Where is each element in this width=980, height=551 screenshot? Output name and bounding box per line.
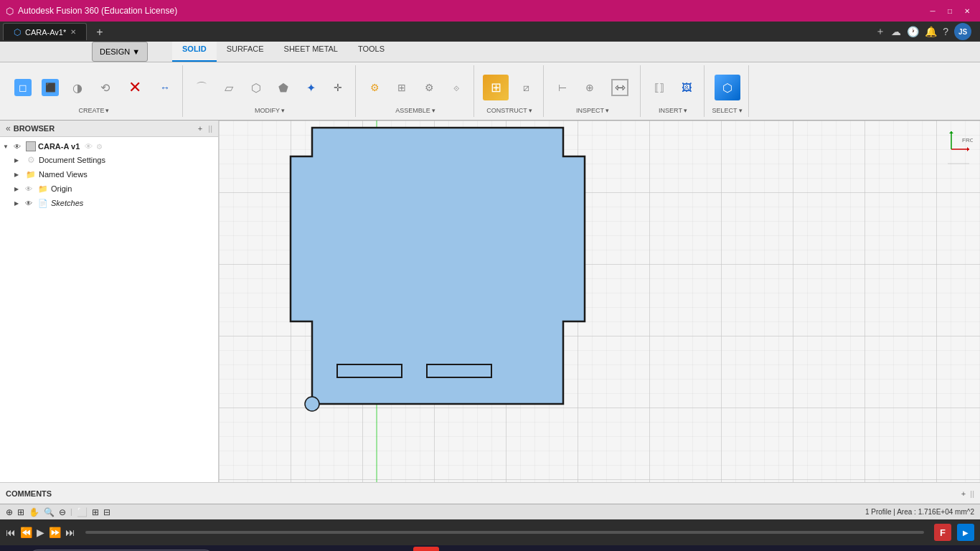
taskbar: ⊞ 🔍 Escribe aquí para buscar ⧉ 📁 O 🌐 📦 ✉… bbox=[0, 545, 980, 551]
start-button[interactable]: ⊞ bbox=[3, 547, 25, 551]
design-dropdown-button[interactable]: DESIGN ▼ bbox=[92, 42, 148, 62]
grid-icon[interactable]: ⊞ bbox=[92, 507, 99, 517]
display-icon[interactable]: ⊟ bbox=[103, 507, 110, 517]
taskbar-app-edge[interactable]: 🌐 bbox=[298, 547, 324, 551]
history-icon[interactable]: 🕐 bbox=[907, 26, 919, 37]
close-button[interactable]: ✕ bbox=[960, 4, 974, 18]
select-button[interactable]: ⬡ bbox=[712, 69, 743, 106]
shell-button[interactable]: ⬡ bbox=[243, 70, 269, 105]
insert-label: INSERT ▾ bbox=[659, 107, 687, 114]
taskbar-app-mail[interactable]: ✉ bbox=[356, 547, 382, 551]
construct-main-button[interactable]: ⊞ bbox=[480, 69, 512, 106]
delete-button[interactable]: ✕ bbox=[119, 69, 151, 106]
drive-joint-button[interactable]: ⚙ bbox=[416, 70, 442, 105]
tree-eye-sketches[interactable]: 👁 bbox=[25, 199, 35, 207]
create-label: CREATE ▾ bbox=[79, 107, 110, 114]
tree-item-doc-settings[interactable]: ▶ ⚙ Document Settings bbox=[0, 153, 218, 167]
tree-settings-icon[interactable]: ⚙ bbox=[96, 143, 103, 151]
chamfer-button[interactable]: ▱ bbox=[216, 70, 242, 105]
measure-button[interactable]: ⊢ bbox=[550, 70, 575, 105]
push-pull-button[interactable]: ↔ bbox=[152, 70, 178, 105]
viewport[interactable]: FRONT bbox=[219, 121, 980, 482]
decal-button[interactable]: 🖼 bbox=[674, 70, 699, 105]
measure-large-button[interactable]: ⇿ bbox=[604, 69, 636, 106]
tab-sheet-metal[interactable]: SHEET METAL bbox=[274, 42, 348, 62]
cloud-icon[interactable]: ☁ bbox=[891, 26, 901, 37]
motion-link-button[interactable]: ⟐ bbox=[443, 70, 469, 105]
comments-divider-icon: || bbox=[970, 489, 974, 498]
tab-solid[interactable]: SOLID bbox=[172, 42, 217, 62]
orbit-icon[interactable]: ⊞ bbox=[17, 507, 24, 517]
revolve-button[interactable]: ◑ bbox=[65, 70, 90, 105]
add-tab-button[interactable]: + bbox=[90, 23, 109, 40]
pan2-icon[interactable]: ✋ bbox=[29, 507, 39, 517]
tree-item-named-views[interactable]: ▶ 📁 Named Views bbox=[0, 167, 218, 182]
pan-icon[interactable]: ⊕ bbox=[6, 507, 13, 517]
tree-item-sketches[interactable]: ▶ 👁 📄 Sketches bbox=[0, 196, 218, 210]
timeline[interactable] bbox=[85, 531, 924, 534]
browser-title: BROWSER bbox=[14, 124, 195, 133]
interference-button[interactable]: ⊕ bbox=[577, 70, 603, 105]
zoom-out-icon[interactable]: ⊖ bbox=[59, 507, 66, 517]
fit-screen-icon[interactable]: ⬜ bbox=[77, 507, 88, 517]
rigid-group-button[interactable]: ⊞ bbox=[389, 70, 415, 105]
tab-tools[interactable]: TOOLS bbox=[348, 42, 395, 62]
ribbon-group-assemble: ⚙ ⊞ ⚙ ⟐ ASSEMBLE ▾ bbox=[357, 65, 474, 117]
taskbar-app-office[interactable]: O bbox=[270, 547, 296, 551]
browser-divider-icon: || bbox=[208, 124, 212, 133]
next-end-button[interactable]: ⏭ bbox=[65, 527, 75, 538]
move-button[interactable]: ✛ bbox=[325, 70, 351, 105]
tree-arrow-root: ▼ bbox=[3, 143, 11, 150]
taskbar-app-yellow[interactable]: 🔔 bbox=[385, 547, 410, 551]
taskbar-app-dropbox[interactable]: 📦 bbox=[327, 547, 353, 551]
tree-eye-origin[interactable]: 👁 bbox=[25, 185, 35, 193]
tab-surface[interactable]: SURFACE bbox=[217, 42, 274, 62]
insert-mesh-button[interactable]: ⟦⟧ bbox=[646, 70, 672, 105]
construct-label: CONSTRUCT ▾ bbox=[486, 107, 532, 114]
construct-dropdown-icon: ▾ bbox=[529, 107, 532, 114]
draft-button[interactable]: ⬟ bbox=[270, 70, 296, 105]
next-button[interactable]: ⏩ bbox=[49, 527, 61, 538]
task-view-button[interactable]: ⧉ bbox=[217, 547, 238, 551]
tree-label-root: CARA-A v1 bbox=[38, 142, 80, 151]
add-file-icon[interactable]: ＋ bbox=[875, 25, 885, 38]
tree-icon-doc-settings: ⚙ bbox=[25, 154, 37, 166]
comments-add-icon[interactable]: + bbox=[961, 489, 966, 498]
taskbar-app-fusion[interactable]: F bbox=[413, 547, 439, 551]
comments-bar: COMMENTS + || bbox=[0, 482, 980, 504]
select-tools: ⬡ bbox=[712, 68, 743, 107]
help-icon[interactable]: ? bbox=[943, 26, 948, 37]
notifications-icon[interactable]: 🔔 bbox=[925, 26, 937, 37]
anim-app-icon[interactable]: F bbox=[934, 524, 951, 541]
browser-add-icon[interactable]: + bbox=[198, 124, 202, 133]
play-button[interactable]: ▶ bbox=[37, 527, 44, 538]
maximize-button[interactable]: □ bbox=[943, 4, 957, 18]
browser-collapse-icon[interactable]: « bbox=[6, 123, 11, 133]
offset-plane-button[interactable]: ⧄ bbox=[513, 70, 539, 105]
assemble-dropdown-icon: ▾ bbox=[432, 107, 435, 114]
doc-tab-close-icon[interactable]: ✕ bbox=[70, 28, 76, 36]
view-cube[interactable]: FRONT bbox=[930, 128, 973, 171]
new-component-button[interactable]: ◻ bbox=[10, 70, 36, 105]
scale-button[interactable]: ✦ bbox=[298, 70, 324, 105]
fillet-button[interactable]: ⌒ bbox=[189, 70, 215, 105]
sweep-button[interactable]: ⟲ bbox=[92, 70, 118, 105]
tree-item-origin[interactable]: ▶ 👁 📁 Origin bbox=[0, 182, 218, 196]
zoom-in-icon[interactable]: 🔍 bbox=[44, 507, 55, 517]
extrude-button[interactable]: ⬛ bbox=[37, 70, 63, 105]
tree-icon-root bbox=[26, 141, 36, 151]
inspect-dropdown-icon: ▾ bbox=[606, 107, 609, 114]
minimize-button[interactable]: ─ bbox=[925, 4, 940, 18]
tree-eye-root[interactable]: 👁 bbox=[14, 143, 24, 151]
document-tab-active[interactable]: ⬡ CARA-Av1* ✕ bbox=[3, 23, 87, 40]
prev-button[interactable]: ⏪ bbox=[20, 527, 32, 538]
prev-start-button[interactable]: ⏮ bbox=[6, 527, 16, 538]
joint-button[interactable]: ⚙ bbox=[362, 70, 387, 105]
tree-eye2-root[interactable]: 👁 bbox=[85, 142, 93, 151]
taskbar-app-chrome[interactable]: 🌐 bbox=[442, 547, 468, 551]
timeline-icon[interactable]: ▶ bbox=[957, 524, 974, 541]
assemble-tools: ⚙ ⊞ ⚙ ⟐ bbox=[362, 68, 469, 107]
taskbar-app-explorer[interactable]: 📁 bbox=[241, 547, 267, 551]
tree-item-root[interactable]: ▼ 👁 CARA-A v1 👁 ⚙ bbox=[0, 140, 218, 153]
user-avatar[interactable]: JS bbox=[954, 23, 971, 40]
